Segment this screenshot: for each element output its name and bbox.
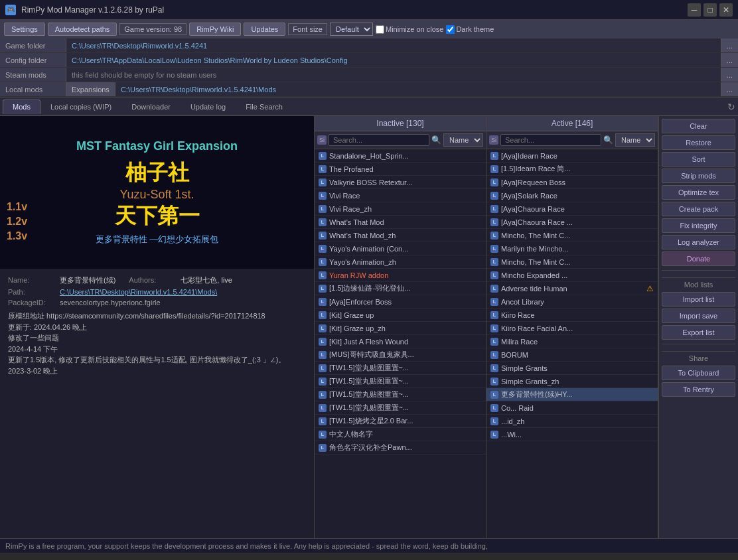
inactive-list-item[interactable]: L [TW1.5]堂丸贴图重置~... [315,375,486,388]
active-list-item[interactable]: L Mincho Expanded ... [486,269,658,282]
inactive-list-item[interactable]: L [TW1.5]堂丸贴图重置~... [315,388,486,401]
inactive-list-item[interactable]: L [1.5]边缘仙路-羽化登仙... [315,282,486,295]
active-list-item[interactable]: L Milira Race [486,335,658,348]
wiki-button[interactable]: RimPy Wiki [189,23,241,36]
mod-item-type-indicator: L [490,232,498,240]
inactive-list-item[interactable]: L Yayo's Animation (Con... [315,242,486,255]
optimize-tex-button[interactable]: Optimize tex [662,185,735,200]
log-analyzer-button[interactable]: Log analyzer [662,235,735,249]
inactive-search-input[interactable] [329,134,429,146]
mod-item-name: [Aya]Requeen Boss [501,178,565,186]
active-list-item[interactable]: L [Aya]Requeen Boss [486,176,658,189]
tab-downloader[interactable]: Downloader [121,100,181,114]
inactive-list-item[interactable]: L [TW1.5]堂丸贴图重置~... [315,401,486,415]
inactive-list-item[interactable]: L Vivi Race_zh [315,202,486,216]
inactive-list-item[interactable]: L [TW1.5]烧烤之星2.0 Bar... [315,415,486,428]
local-mods-btn[interactable]: ... [721,82,738,96]
minimize-button[interactable]: ─ [688,3,701,17]
inactive-list-item[interactable]: L 角色名字汉化补全Pawn... [315,441,486,455]
restore-button[interactable]: Restore [662,135,735,150]
game-folder-btn[interactable]: ... [721,38,738,52]
to-clipboard-button[interactable]: To Clipboard [662,366,735,380]
inactive-list-item[interactable]: L Standalone_Hot_Sprin... [315,149,486,163]
inactive-list-item[interactable]: L Vivi Race [315,189,486,202]
mod-item-type-indicator: L [490,258,498,266]
dark-theme-checkbox[interactable] [446,25,455,34]
inactive-list-item[interactable]: L [Kit] Graze up_zh [315,322,486,335]
active-list-item[interactable]: L Adverse tide Human ⚠ [486,282,658,295]
minimize-on-close-checkbox[interactable] [376,25,384,34]
inactive-list-item[interactable]: L Yuran RJW addon [315,269,486,282]
inactive-list-item[interactable]: L [Kit] Graze up [315,309,486,322]
local-mods-label: Local mods [0,82,66,96]
active-search-input[interactable] [500,134,601,146]
strip-mods-button[interactable]: Strip mods [662,169,735,183]
donate-button[interactable]: Donate [662,251,735,266]
mod-item-type-indicator: L [319,444,327,452]
tab-update-log[interactable]: Update log [181,100,236,114]
close-button[interactable]: ✕ [719,3,733,17]
clear-button[interactable]: Clear [662,119,735,133]
refresh-button[interactable]: ↻ [727,102,735,112]
inactive-list-item[interactable]: L Valkyrie BOSS Retextur... [315,176,486,189]
active-list-item[interactable]: L Co... Raid [486,401,658,415]
tabs-bar: Mods Local copies (WIP) Downloader Updat… [0,98,738,116]
settings-button[interactable]: Settings [4,23,45,36]
active-list-item[interactable]: L Simple Grants [486,362,658,375]
maximize-button[interactable]: □ [703,3,717,17]
autodetect-button[interactable]: Autodetect paths [48,23,117,36]
tab-mods[interactable]: Mods [3,100,40,114]
fix-integrity-button[interactable]: Fix integrity [662,218,735,233]
mod-item-type-indicator: L [319,378,327,385]
inactive-list-item[interactable]: L [TW1.5]堂丸贴图重置~... [315,362,486,375]
import-save-button[interactable]: Import save [662,309,735,323]
active-list-item[interactable]: L [1.5]Idearn Race 简... [486,163,658,176]
active-list-item[interactable]: L Kiiro Race [486,309,658,322]
inactive-list-item[interactable]: L [MUS]哥特式吸血鬼家具... [315,348,486,362]
inactive-list-item[interactable]: L [Kit] Just A Flesh Wound [315,335,486,348]
active-list-item[interactable]: L ...Wi... [486,428,658,441]
sort-button[interactable]: Sort [662,152,735,167]
active-list-item[interactable]: L [Aya]Idearn Race [486,149,658,163]
inactive-list-item[interactable]: L The Profaned [315,163,486,176]
import-list-button[interactable]: Import list [662,292,735,307]
active-list-item[interactable]: L Marilyn the Mincho... [486,242,658,255]
active-sort-select[interactable]: Name [615,133,655,147]
to-rentry-button[interactable]: To Rentry [662,382,735,397]
mod-item-name: [Aya]Enforcer Boss [329,298,392,306]
active-list-item[interactable]: L BORUM [486,348,658,362]
active-list-item[interactable]: L Simple Grants_zh [486,375,658,388]
active-list-item[interactable]: L [Aya]Chaoura Race [486,202,658,216]
active-list-item[interactable]: L ...id_zh [486,415,658,428]
inactive-list-item[interactable]: L What's That Mod [315,216,486,229]
inactive-list-item[interactable]: L 中文人物名字 [315,428,486,441]
mod-path-value[interactable]: C:\Users\TR\Desktop\Rimworld.v1.5.4241\M… [60,288,217,296]
create-pack-button[interactable]: Create pack [662,202,735,216]
mod-item-type-indicator: L [319,324,327,332]
inactive-list-item[interactable]: L [Aya]Enforcer Boss [315,295,486,309]
game-folder-value: C:\Users\TR\Desktop\Rimworld.v1.5.4241 [66,42,721,50]
steam-mods-btn[interactable]: ... [721,68,738,82]
font-size-select[interactable]: Default [330,23,373,36]
active-list-item[interactable]: L Mincho, The Mint C... [486,255,658,269]
active-list-item[interactable]: L 更多背景特性(续)HY... [486,388,658,401]
active-list-item[interactable]: L [Aya]Chaoura Race ... [486,216,658,229]
tab-file-search[interactable]: File Search [236,100,293,114]
inactive-search-icon[interactable]: 🔍 [431,135,441,145]
active-list-item[interactable]: L [Aya]Solark Race [486,189,658,202]
active-list-item[interactable]: L Kiiro Race Facial An... [486,322,658,335]
active-search-icon[interactable]: 🔍 [603,135,613,145]
mod-item-type-indicator: L [319,165,327,173]
inactive-sort-select[interactable]: Name [443,133,483,147]
inactive-list-search: Si 🔍 Name [315,131,486,149]
active-list-item[interactable]: L Ancot Library [486,295,658,309]
mod-item-type-indicator: L [490,378,498,385]
mod-item-name: [Kit] Just A Flesh Wound [329,338,408,346]
inactive-list-item[interactable]: L Yayo's Animation_zh [315,255,486,269]
active-list-item[interactable]: L Mincho, The Mint C... [486,229,658,242]
config-folder-btn[interactable]: ... [721,53,738,67]
inactive-list-item[interactable]: L What's That Mod_zh [315,229,486,242]
updates-button[interactable]: Updates [244,23,285,36]
export-list-button[interactable]: Export list [662,325,735,340]
tab-local-copies[interactable]: Local copies (WIP) [40,100,121,114]
